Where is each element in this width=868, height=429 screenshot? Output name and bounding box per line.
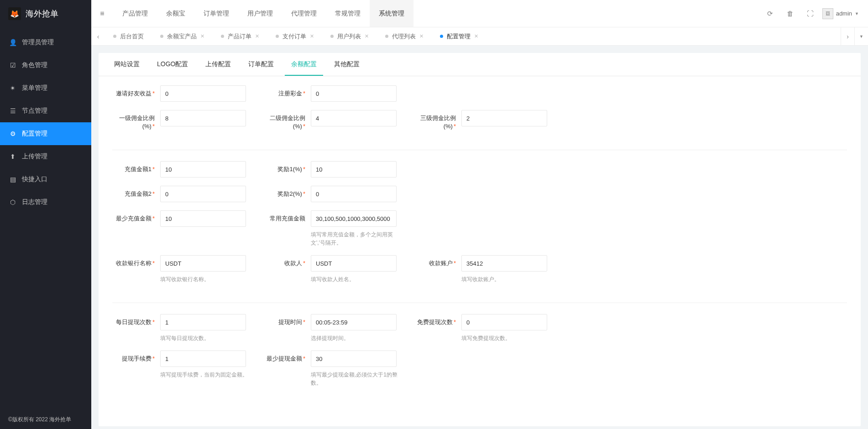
label-reg-bonus: 注册彩金* — [263, 85, 311, 98]
label-min-recharge: 最少充值金额* — [112, 210, 160, 223]
top-nav-item-3[interactable]: 用户管理 — [238, 0, 282, 27]
panel: 网站设置LOGO配置上传配置订单配置余额配置其他配置 邀请好友收益* 注册彩金* — [99, 53, 861, 426]
input-account[interactable] — [461, 255, 547, 272]
tab-0[interactable]: 后台首页 — [105, 32, 152, 41]
inner-tab-0[interactable]: 网站设置 — [108, 53, 146, 76]
menu-icon: ☑ — [9, 62, 16, 69]
input-min-recharge[interactable] — [160, 210, 246, 227]
sidebar-item-1[interactable]: ☑角色管理 — [0, 54, 91, 77]
header: ≡ 产品管理余额宝订单管理用户管理代理管理常规管理系统管理 ⟳ 🗑 ⛶ 🖼 ad… — [91, 0, 868, 27]
input-min-withdraw[interactable] — [311, 351, 397, 367]
chevron-down-icon: ▼ — [855, 11, 859, 16]
top-nav-item-4[interactable]: 代理管理 — [282, 0, 326, 27]
close-icon[interactable]: ✕ — [200, 33, 204, 39]
refresh-icon[interactable]: ⟳ — [762, 5, 779, 22]
top-nav-item-5[interactable]: 常规管理 — [326, 0, 370, 27]
label-commission1: 一级佣金比例(%)* — [112, 110, 160, 131]
logo[interactable]: 🦊 海外抢单 — [0, 0, 91, 27]
tab-2[interactable]: 产品订单✕ — [213, 32, 267, 41]
tab-label: 配置管理 — [447, 32, 471, 41]
input-recharge1[interactable] — [160, 161, 246, 178]
help-withdraw-fee: 填写提现手续费，当前为固定金额。 — [160, 371, 251, 379]
inner-tab-3[interactable]: 订单配置 — [242, 53, 280, 76]
sidebar-item-6[interactable]: ▤快捷入口 — [0, 168, 91, 191]
menu-icon: 👤 — [9, 39, 16, 46]
tab-6[interactable]: 配置管理✕ — [432, 32, 486, 41]
close-icon[interactable]: ✕ — [419, 33, 424, 39]
tab-label: 产品订单 — [228, 32, 251, 41]
top-nav-item-6[interactable]: 系统管理 — [370, 0, 413, 27]
close-icon[interactable]: ✕ — [310, 33, 314, 39]
input-recharge2[interactable] — [160, 186, 246, 202]
input-payee[interactable] — [311, 255, 397, 272]
input-commission1[interactable] — [160, 110, 246, 126]
sidebar-toggle[interactable]: ≡ — [91, 0, 113, 27]
sidebar-menu: 👤管理员管理☑角色管理✴菜单管理☰节点管理⚙配置管理⬆上传管理▤快捷入口⬡日志管… — [0, 27, 91, 410]
label-common-recharge: 常用充值金额 — [263, 210, 311, 223]
fullscreen-icon[interactable]: ⛶ — [802, 5, 819, 22]
top-nav-item-1[interactable]: 余额宝 — [157, 0, 194, 27]
tab-dot-icon — [440, 35, 443, 38]
inner-tab-4[interactable]: 余额配置 — [285, 53, 323, 76]
close-icon[interactable]: ✕ — [255, 33, 259, 39]
tab-1[interactable]: 余额宝产品✕ — [152, 32, 213, 41]
tabs-menu[interactable]: ▼ — [854, 27, 868, 45]
input-reward1[interactable] — [311, 161, 397, 178]
input-withdraw-fee[interactable] — [160, 351, 246, 367]
trash-icon[interactable]: 🗑 — [782, 5, 799, 22]
menu-label: 菜单管理 — [22, 84, 47, 92]
tab-dot-icon — [330, 35, 334, 38]
sidebar-item-3[interactable]: ☰节点管理 — [0, 99, 91, 122]
input-withdraw-time[interactable] — [311, 314, 397, 330]
tab-3[interactable]: 支付订单✕ — [267, 32, 322, 41]
input-bank-name[interactable] — [160, 255, 246, 272]
menu-label: 节点管理 — [22, 107, 47, 115]
copyright: ©版权所有 2022 海外抢单 — [0, 410, 91, 429]
label-daily-withdraw: 每日提现次数* — [112, 314, 160, 326]
sidebar-item-2[interactable]: ✴菜单管理 — [0, 77, 91, 99]
input-reg-bonus[interactable] — [311, 85, 397, 102]
user-menu[interactable]: 🖼 admin ▼ — [822, 8, 859, 19]
tab-dot-icon — [221, 35, 224, 38]
sidebar-item-4[interactable]: ⚙配置管理 — [0, 122, 91, 145]
input-reward2[interactable] — [311, 186, 397, 202]
menu-label: 快捷入口 — [22, 175, 47, 183]
tabs-prev[interactable]: ‹ — [91, 27, 105, 45]
menu-icon: ⬡ — [9, 199, 16, 206]
input-invite-income[interactable] — [160, 85, 246, 102]
inner-tab-2[interactable]: 上传配置 — [199, 53, 237, 76]
inner-tab-1[interactable]: LOGO配置 — [151, 53, 194, 76]
top-nav: 产品管理余额宝订单管理用户管理代理管理常规管理系统管理 — [113, 0, 413, 27]
top-nav-item-0[interactable]: 产品管理 — [113, 0, 157, 27]
top-nav-item-2[interactable]: 订单管理 — [194, 0, 238, 27]
tab-dot-icon — [113, 35, 116, 38]
label-withdraw-fee: 提现手续费* — [112, 351, 160, 363]
menu-icon: ☰ — [9, 107, 16, 115]
tab-5[interactable]: 代理列表✕ — [377, 32, 432, 41]
close-icon[interactable]: ✕ — [474, 33, 478, 39]
help-account: 填写收款账户。 — [461, 275, 553, 283]
close-icon[interactable]: ✕ — [365, 33, 369, 39]
tab-label: 代理列表 — [392, 32, 416, 41]
input-commission3[interactable] — [461, 110, 547, 126]
label-commission3: 三级佣金比例(%)* — [413, 110, 461, 131]
sidebar-item-0[interactable]: 👤管理员管理 — [0, 31, 91, 54]
label-withdraw-time: 提现时间* — [263, 314, 311, 326]
tab-dot-icon — [160, 35, 163, 38]
tabs-next[interactable]: › — [841, 27, 854, 45]
input-daily-withdraw[interactable] — [160, 314, 246, 330]
sidebar-item-5[interactable]: ⬆上传管理 — [0, 145, 91, 168]
tab-4[interactable]: 用户列表✕ — [322, 32, 377, 41]
label-free-withdraw: 免费提现次数* — [413, 314, 461, 326]
inner-tab-5[interactable]: 其他配置 — [328, 53, 366, 76]
input-free-withdraw[interactable] — [461, 314, 547, 330]
tab-dot-icon — [276, 35, 279, 38]
sidebar-item-7[interactable]: ⬡日志管理 — [0, 191, 91, 214]
sidebar: 🦊 海外抢单 👤管理员管理☑角色管理✴菜单管理☰节点管理⚙配置管理⬆上传管理▤快… — [0, 0, 91, 429]
input-commission2[interactable] — [311, 110, 397, 126]
logo-icon: 🦊 — [8, 7, 21, 20]
input-common-recharge[interactable] — [311, 210, 397, 227]
label-recharge2: 充值金额2* — [112, 186, 160, 198]
help-min-withdraw: 填写最少提现金额,必须位大于1的整数。 — [311, 371, 402, 387]
help-daily-withdraw: 填写每日提现次数。 — [160, 334, 251, 342]
